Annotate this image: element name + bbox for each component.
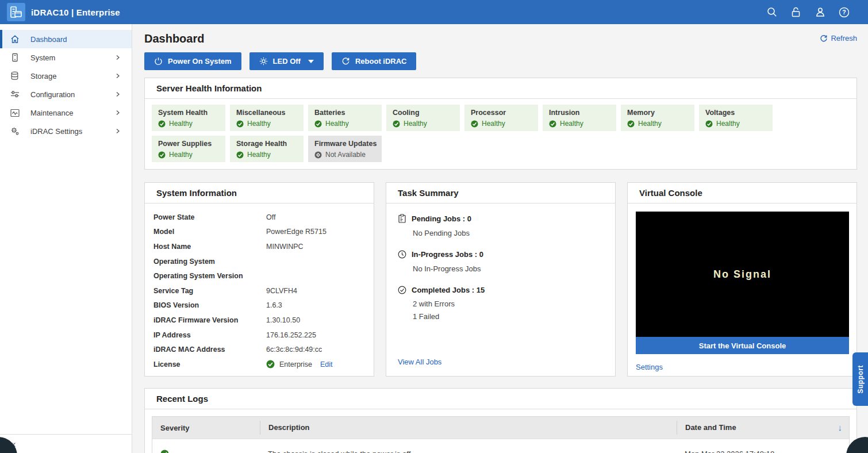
healthy-check-icon bbox=[627, 120, 635, 128]
severity-ok-icon bbox=[160, 450, 169, 453]
chevron-right-icon bbox=[116, 110, 120, 115]
start-virtual-console-button[interactable]: Start the Virtual Console bbox=[636, 337, 849, 354]
sidebar-item-dashboard[interactable]: Dashboard bbox=[0, 30, 132, 48]
chevron-right-icon bbox=[116, 55, 120, 60]
chevron-right-icon bbox=[116, 74, 120, 78]
no-signal-text: No Signal bbox=[713, 268, 771, 281]
server-icon bbox=[10, 53, 20, 63]
home-icon bbox=[10, 34, 20, 44]
database-icon bbox=[10, 71, 20, 81]
pulse-chart-icon bbox=[10, 108, 20, 118]
healthy-check-icon bbox=[705, 120, 713, 128]
reboot-idrac-button[interactable]: Reboot iDRAC bbox=[332, 52, 417, 70]
sidebar-item-label: System bbox=[30, 53, 55, 62]
health-tile-miscellaneous[interactable]: Miscellaneous Healthy bbox=[230, 105, 304, 131]
power-icon bbox=[154, 57, 163, 66]
help-icon[interactable]: ? bbox=[839, 7, 850, 18]
healthy-check-icon bbox=[236, 151, 244, 159]
console-preview: No Signal bbox=[636, 212, 849, 337]
gears-icon bbox=[10, 126, 20, 136]
sidebar-item-configuration[interactable]: Configuration bbox=[0, 85, 132, 103]
sidebar-item-label: Configuration bbox=[30, 90, 75, 99]
info-row: BIOS Version1.6.3 bbox=[153, 298, 365, 313]
reboot-icon bbox=[341, 57, 350, 66]
pending-jobs-group: Pending Jobs : 0 No Pending Jobs bbox=[398, 214, 604, 237]
lock-icon[interactable] bbox=[790, 7, 801, 18]
refresh-icon bbox=[820, 34, 828, 43]
column-header-severity[interactable]: Severity bbox=[152, 424, 260, 432]
health-tile-power-supplies[interactable]: Power Supplies Healthy bbox=[152, 136, 225, 162]
sort-descending-icon[interactable]: ↓ bbox=[838, 421, 843, 435]
system-information-title: System Information bbox=[145, 183, 374, 204]
sidebar-item-label: iDRAC Settings bbox=[30, 127, 82, 136]
in-progress-jobs-group: In-Progress Jobs : 0 No In-Progress Jobs bbox=[398, 250, 604, 273]
console-settings-link[interactable]: Settings bbox=[636, 363, 663, 371]
info-row: IP Address176.16.252.225 bbox=[153, 328, 365, 343]
sidebar-item-label: Dashboard bbox=[30, 35, 67, 44]
clipboard-icon bbox=[398, 214, 406, 223]
user-icon[interactable] bbox=[815, 7, 825, 18]
healthy-check-icon bbox=[549, 120, 556, 128]
logs-table: Severity Description Date and Time ↓ The… bbox=[152, 416, 850, 453]
column-header-description[interactable]: Description bbox=[260, 421, 677, 435]
info-row: ModelPowerEdge R5715 bbox=[153, 225, 365, 240]
svg-text:?: ? bbox=[842, 9, 846, 16]
task-summary-title: Task Summary bbox=[386, 183, 615, 204]
health-tile-cooling[interactable]: Cooling Healthy bbox=[386, 105, 460, 131]
healthy-check-icon bbox=[314, 120, 322, 128]
led-off-button[interactable]: LED Off bbox=[249, 52, 324, 70]
system-information-card: System Information Power StateOff ModelP… bbox=[144, 182, 374, 377]
recent-logs-title: Recent Logs bbox=[145, 389, 857, 409]
sidebar-item-storage[interactable]: Storage bbox=[0, 67, 132, 85]
health-tile-system-health[interactable]: System Health Healthy bbox=[152, 105, 225, 131]
health-tile-voltages[interactable]: Voltages Healthy bbox=[699, 105, 773, 131]
log-row[interactable]: The chassis is closed while the power is… bbox=[152, 439, 849, 453]
power-on-system-button[interactable]: Power On System bbox=[144, 52, 241, 70]
healthy-check-icon bbox=[393, 120, 400, 128]
info-row: iDRAC Firmware Version1.30.10.50 bbox=[153, 313, 365, 328]
license-edit-link[interactable]: Edit bbox=[320, 360, 333, 368]
search-icon[interactable] bbox=[766, 7, 777, 18]
check-circle-icon bbox=[398, 286, 406, 294]
info-row: Host NameMINWINPC bbox=[153, 239, 365, 254]
dropdown-caret-icon bbox=[308, 60, 314, 63]
completed-jobs-group: Completed Jobs : 15 2 with Errors 1 Fail… bbox=[398, 286, 604, 321]
health-tile-memory[interactable]: Memory Healthy bbox=[621, 105, 694, 131]
license-check-icon bbox=[266, 360, 275, 368]
healthy-check-icon bbox=[236, 120, 244, 128]
sidebar: Dashboard System Storage Configuration bbox=[0, 24, 132, 453]
health-tile-storage-health[interactable]: Storage Health Healthy bbox=[230, 136, 304, 162]
server-health-title: Server Health Information bbox=[145, 78, 857, 99]
task-summary-card: Task Summary Pending Jobs : 0 No Pending… bbox=[386, 182, 616, 377]
chevron-right-icon bbox=[116, 92, 120, 97]
health-tile-batteries[interactable]: Batteries Healthy bbox=[308, 105, 382, 131]
info-row: iDRAC MAC Address6c:3c:8c:9d:49:cc bbox=[153, 342, 365, 357]
health-tile-processor[interactable]: Processor Healthy bbox=[464, 105, 538, 131]
sidebar-item-label: Storage bbox=[30, 72, 57, 80]
healthy-check-icon bbox=[158, 120, 166, 128]
info-row: Power StateOff bbox=[153, 210, 365, 225]
sidebar-item-system[interactable]: System bbox=[0, 48, 132, 67]
sidebar-footer: « bbox=[0, 434, 132, 453]
clock-icon bbox=[398, 250, 406, 259]
sidebar-item-maintenance[interactable]: Maintenance bbox=[0, 103, 132, 122]
virtual-console-card: Virtual Console No Signal Start the Virt… bbox=[627, 182, 857, 377]
not-available-icon bbox=[314, 151, 322, 159]
health-tile-firmware-updates[interactable]: Firmware Updates Not Available bbox=[308, 136, 382, 162]
sidebar-item-label: Maintenance bbox=[30, 109, 73, 117]
chevron-right-icon bbox=[116, 129, 120, 133]
column-header-date[interactable]: Date and Time ↓ bbox=[677, 421, 849, 435]
virtual-console-title: Virtual Console bbox=[628, 183, 857, 204]
support-tab[interactable]: Support bbox=[852, 352, 868, 406]
sidebar-item-idrac-settings[interactable]: iDRAC Settings bbox=[0, 122, 132, 140]
health-tile-intrusion[interactable]: Intrusion Healthy bbox=[543, 105, 616, 131]
app-title: iDRAC10 | Enterprise bbox=[31, 7, 120, 17]
idrac-logo bbox=[7, 3, 25, 21]
led-sun-icon bbox=[259, 57, 268, 66]
info-row: Operating System bbox=[153, 254, 365, 269]
page-title: Dashboard bbox=[144, 32, 204, 45]
healthy-check-icon bbox=[471, 120, 478, 128]
refresh-button[interactable]: Refresh bbox=[820, 34, 857, 43]
top-bar: iDRAC10 | Enterprise ? bbox=[0, 0, 868, 24]
view-all-jobs-link[interactable]: View All Jobs bbox=[398, 358, 441, 366]
